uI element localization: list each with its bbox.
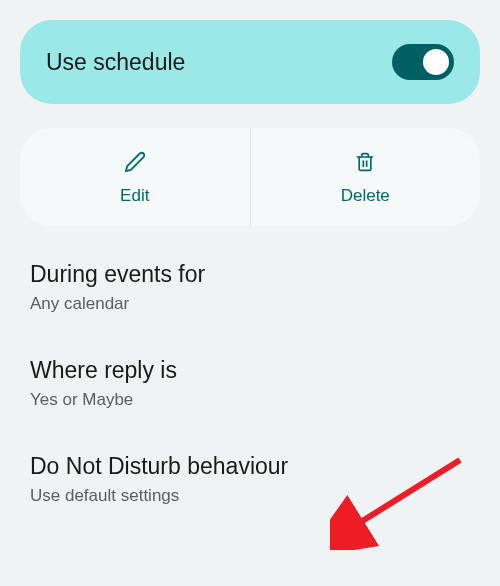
setting-subtitle: Yes or Maybe [30,390,470,410]
delete-label: Delete [341,186,390,206]
edit-label: Edit [120,186,149,206]
setting-title: During events for [30,261,470,288]
use-schedule-toggle[interactable] [392,44,454,80]
use-schedule-label: Use schedule [46,49,185,76]
setting-dnd-behaviour[interactable]: Do Not Disturb behaviour Use default set… [20,448,480,511]
pencil-icon [123,150,147,174]
setting-during-events[interactable]: During events for Any calendar [20,256,480,319]
delete-button[interactable]: Delete [251,128,481,226]
setting-title: Do Not Disturb behaviour [30,453,470,480]
edit-button[interactable]: Edit [20,128,251,226]
setting-subtitle: Any calendar [30,294,470,314]
use-schedule-card: Use schedule [20,20,480,104]
setting-title: Where reply is [30,357,470,384]
trash-icon [353,150,377,174]
setting-where-reply[interactable]: Where reply is Yes or Maybe [20,352,480,415]
action-row: Edit Delete [20,128,480,226]
toggle-knob [423,49,449,75]
setting-subtitle: Use default settings [30,486,470,506]
